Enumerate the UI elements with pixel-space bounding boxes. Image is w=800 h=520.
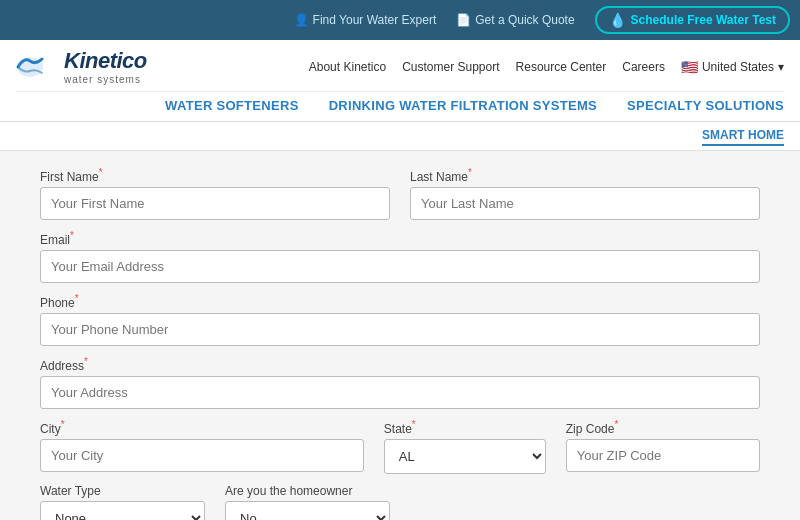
resource-link[interactable]: Resource Center xyxy=(516,60,607,74)
city-state-zip-row: City* State* ALAKAZARCACOCTDEFLGAHIIDILI… xyxy=(40,419,760,474)
address-input[interactable] xyxy=(40,376,760,409)
main-nav: WATER SOFTENERS DRINKING WATER FILTRATIO… xyxy=(16,91,784,121)
address-row: Address* xyxy=(40,356,760,409)
person-icon: 👤 xyxy=(294,13,309,27)
phone-row: Phone* xyxy=(40,293,760,346)
logo-name: Kinetico xyxy=(64,48,147,74)
nav-specialty[interactable]: SPECIALTY SOLUTIONS xyxy=(627,98,784,121)
water-type-label: Water Type xyxy=(40,484,205,498)
state-label: State* xyxy=(384,419,546,436)
flag-icon: 🇺🇸 xyxy=(681,59,698,75)
zip-label: Zip Code* xyxy=(566,419,760,436)
logo-sub: water systems xyxy=(64,74,147,85)
city-group: City* xyxy=(40,419,364,474)
phone-label: Phone* xyxy=(40,293,760,310)
first-name-group: First Name* xyxy=(40,167,390,220)
address-label: Address* xyxy=(40,356,760,373)
logo[interactable]: Kinetico water systems xyxy=(16,48,147,85)
email-row: Email* xyxy=(40,230,760,283)
nav-smart-home[interactable]: SMART HOME xyxy=(702,126,784,146)
water-type-select[interactable]: NoneCity WaterWell Water xyxy=(40,501,205,520)
support-link[interactable]: Customer Support xyxy=(402,60,499,74)
top-bar: 👤 Find Your Water Expert 📄 Get a Quick Q… xyxy=(0,0,800,40)
last-name-group: Last Name* xyxy=(410,167,760,220)
city-input[interactable] xyxy=(40,439,364,472)
careers-link[interactable]: Careers xyxy=(622,60,665,74)
last-name-label: Last Name* xyxy=(410,167,760,184)
homeowner-label: Are you the homeowner xyxy=(225,484,390,498)
email-group: Email* xyxy=(40,230,760,283)
nav-drinking-water[interactable]: DRINKING WATER FILTRATION SYSTEMS xyxy=(329,98,597,121)
country-selector[interactable]: 🇺🇸 United States ▾ xyxy=(681,59,784,75)
homeowner-select[interactable]: NoYes xyxy=(225,501,390,520)
phone-group: Phone* xyxy=(40,293,760,346)
chevron-down-icon: ▾ xyxy=(778,60,784,74)
sub-nav: SMART HOME xyxy=(0,122,800,151)
first-name-label: First Name* xyxy=(40,167,390,184)
header-nav: About Kinetico Customer Support Resource… xyxy=(309,59,784,75)
water-type-group: Water Type NoneCity WaterWell Water xyxy=(40,484,205,520)
quote-icon: 📄 xyxy=(456,13,471,27)
city-label: City* xyxy=(40,419,364,436)
phone-input[interactable] xyxy=(40,313,760,346)
schedule-button[interactable]: 💧 Schedule Free Water Test xyxy=(595,6,790,34)
first-name-input[interactable] xyxy=(40,187,390,220)
nav-water-softeners[interactable]: WATER SOFTENERS xyxy=(165,98,299,121)
quick-quote-link[interactable]: 📄 Get a Quick Quote xyxy=(456,13,574,27)
email-label: Email* xyxy=(40,230,760,247)
find-expert-link[interactable]: 👤 Find Your Water Expert xyxy=(294,13,437,27)
about-link[interactable]: About Kinetico xyxy=(309,60,386,74)
form-area: First Name* Last Name* Email* Phone* Add… xyxy=(0,151,800,520)
header: Kinetico water systems About Kinetico Cu… xyxy=(0,40,800,122)
zip-group: Zip Code* xyxy=(566,419,760,474)
water-drop-icon: 💧 xyxy=(609,12,626,28)
state-select[interactable]: ALAKAZARCACOCTDEFLGAHIIDILINIAKSKYLAMEMD… xyxy=(384,439,546,474)
address-group: Address* xyxy=(40,356,760,409)
name-row: First Name* Last Name* xyxy=(40,167,760,220)
homeowner-group: Are you the homeowner NoYes xyxy=(225,484,390,520)
logo-icon xyxy=(16,53,56,81)
water-homeowner-row: Water Type NoneCity WaterWell Water Are … xyxy=(40,484,760,520)
last-name-input[interactable] xyxy=(410,187,760,220)
zip-input[interactable] xyxy=(566,439,760,472)
email-input[interactable] xyxy=(40,250,760,283)
state-group: State* ALAKAZARCACOCTDEFLGAHIIDILINIAKSK… xyxy=(384,419,546,474)
